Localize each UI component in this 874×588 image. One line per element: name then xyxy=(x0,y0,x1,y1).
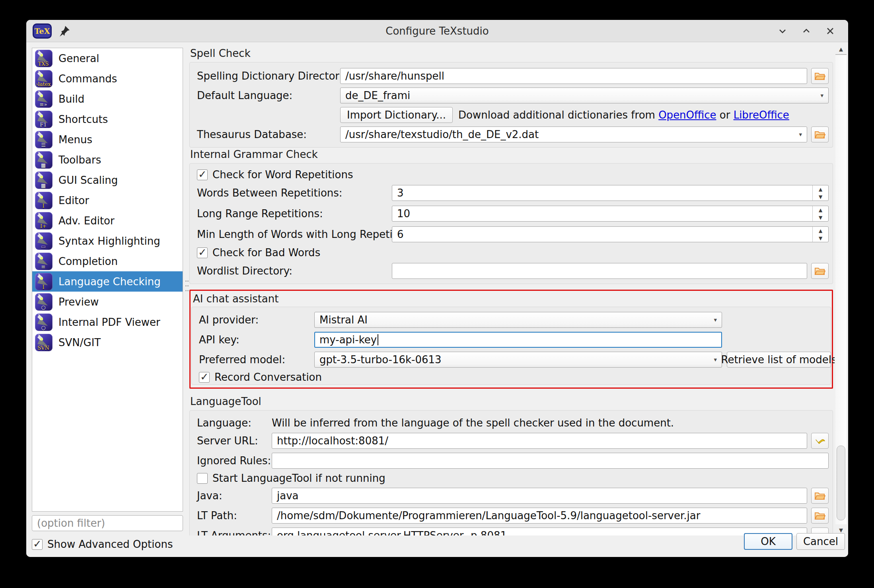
spin-up-icon[interactable]: ▲ xyxy=(813,227,828,234)
spin-down-icon[interactable]: ▼ xyxy=(813,214,828,221)
wordlist-directory-field[interactable] xyxy=(392,263,807,279)
default-language-combobox[interactable]: de_DE_frami ▾ xyxy=(340,88,829,103)
cancel-button[interactable]: Cancel xyxy=(796,533,845,550)
show-advanced-options-row: ✓ Show Advanced Options xyxy=(32,538,173,550)
min-length-spinner[interactable]: 6 ▲ ▼ xyxy=(392,226,829,242)
spin-up-icon[interactable]: ▲ xyxy=(813,206,828,214)
sidebar-item-language-checking[interactable]: I Language Checking xyxy=(32,271,183,292)
category-icon: F1 xyxy=(35,111,53,128)
sidebar-item-shortcuts[interactable]: F1 Shortcuts xyxy=(32,109,183,129)
server-url-field[interactable]: http://localhost:8081/ xyxy=(272,433,807,449)
wordlist-directory-row: Wordlist Directory: xyxy=(197,263,829,279)
sidebar-item-syntax-highlighting[interactable]: ▭ Syntax Highlighting xyxy=(32,231,183,251)
wordlist-browse-button[interactable] xyxy=(811,263,829,279)
sidebar-item-toolbars[interactable]: ▦ Toolbars xyxy=(32,150,183,170)
bad-words-checkbox[interactable]: ✓ xyxy=(197,247,208,258)
retrieve-models-button[interactable]: Retrieve list of models xyxy=(727,352,831,368)
spin-down-icon[interactable]: ▼ xyxy=(813,193,828,201)
sidebar-item-gui-scaling[interactable]: ▦ GUI Scaling xyxy=(32,170,183,190)
titlebar: Configure TeXstudio TeX xyxy=(26,20,848,42)
sidebar-item-build[interactable]: ≡» Build xyxy=(32,89,183,109)
sidebar-item-label: Completion xyxy=(58,255,118,267)
java-row: Java: java xyxy=(197,488,829,504)
scroll-up-button[interactable]: ▲ xyxy=(835,44,847,55)
spell-check-header: Spell Check xyxy=(190,48,833,59)
openoffice-link[interactable]: OpenOffice xyxy=(658,109,716,121)
sidebar-item-label: Build xyxy=(58,93,84,105)
languagetool-header: LanguageTool xyxy=(190,396,833,407)
sidebar-item-general[interactable]: TXS General xyxy=(32,48,183,68)
sidebar-item-menus[interactable]: ☰ Menus xyxy=(32,129,183,150)
lt-arguments-field[interactable]: org.languagetool.server.HTTPServer -p 80… xyxy=(272,528,807,535)
show-advanced-options-label: Show Advanced Options xyxy=(47,538,173,550)
sidebar-item-commands[interactable]: ›latex Commands xyxy=(32,68,183,89)
sidebar-item-label: Editor xyxy=(58,195,89,206)
words-between-row: Words Between Repetitions: 3 ▲ ▼ xyxy=(197,185,829,201)
dictionary-directories-field[interactable]: /usr/share/hunspell xyxy=(340,68,807,84)
sidebar-item-label: GUI Scaling xyxy=(58,174,118,186)
option-filter-input[interactable]: (option filter) xyxy=(32,515,183,531)
spin-down-icon[interactable]: ▼ xyxy=(813,234,828,242)
category-icon: TXS xyxy=(35,50,53,67)
start-languagetool-label: Start LanguageTool if not running xyxy=(212,472,385,484)
close-button[interactable] xyxy=(823,24,837,38)
lt-arguments-row: LT Arguments: org.languagetool.server.HT… xyxy=(197,528,829,535)
minimize-button[interactable] xyxy=(776,24,789,38)
thesaurus-browse-button[interactable] xyxy=(811,127,829,142)
ignored-rules-field[interactable] xyxy=(272,453,829,469)
server-url-label: Server URL: xyxy=(197,435,272,447)
java-browse-button[interactable] xyxy=(811,488,829,504)
thesaurus-row: Thesaurus Database: /usr/share/texstudio… xyxy=(197,127,829,142)
content-scrollbar[interactable]: ▲ ▼ xyxy=(835,44,847,535)
window-controls xyxy=(776,20,837,42)
java-field[interactable]: java xyxy=(272,488,807,504)
pin-icon[interactable] xyxy=(58,25,71,37)
scrollbar-thumb[interactable] xyxy=(837,446,845,520)
dictionary-directories-row: Spelling Dictionary Directories: /usr/sh… xyxy=(197,68,829,84)
sidebar-item-preview[interactable]: ○ Preview xyxy=(32,292,183,312)
word-repetitions-label: Check for Word Repetitions xyxy=(212,169,353,181)
category-icon: ≡ xyxy=(35,253,53,270)
category-icon: ▦ xyxy=(35,171,53,189)
sidebar-item-completion[interactable]: ≡ Completion xyxy=(32,251,183,271)
api-key-field[interactable]: my-api-key xyxy=(314,332,722,348)
bad-words-checkbox-row: ✓ Check for Bad Words xyxy=(197,247,829,258)
show-advanced-options-checkbox[interactable]: ✓ xyxy=(32,539,43,550)
lt-path-browse-button[interactable] xyxy=(811,508,829,524)
settings-category-list: TXS General ›latex Commands ≡» Build xyxy=(32,48,183,512)
api-key-row: API key: my-api-key xyxy=(199,332,827,348)
sidebar-item-label: Commands xyxy=(58,73,117,85)
category-icon: I xyxy=(35,192,53,209)
words-between-spinner[interactable]: 3 ▲ ▼ xyxy=(392,185,829,201)
thesaurus-combobox[interactable]: /usr/share/texstudio/th_de_DE_v2.dat ▾ xyxy=(340,127,807,142)
word-repetitions-checkbox[interactable]: ✓ xyxy=(197,169,208,180)
sidebar-item-svn-git[interactable]: SVN SVN/GIT xyxy=(32,332,183,352)
undo-icon xyxy=(815,436,825,446)
splitter-handle[interactable] xyxy=(185,280,189,294)
spin-up-icon[interactable]: ▲ xyxy=(813,185,828,193)
server-url-reset-button[interactable] xyxy=(811,433,829,449)
sidebar-item-label: Language Checking xyxy=(58,276,161,288)
category-icon: ›latex xyxy=(35,70,53,88)
ok-button[interactable]: OK xyxy=(744,533,792,550)
section-languagetool: LanguageTool Language: Will be inferred … xyxy=(189,396,833,535)
ai-provider-combobox[interactable]: Mistral AI ▾ xyxy=(314,312,722,328)
sidebar-item-label: Menus xyxy=(58,134,92,146)
maximize-button[interactable] xyxy=(800,24,813,38)
preferred-model-combobox[interactable]: gpt-3.5-turbo-16k-0613 ▾ xyxy=(314,352,722,368)
min-length-label: Min Length of Words with Long Repetition… xyxy=(197,228,392,240)
dictionary-directories-browse-button[interactable] xyxy=(811,68,829,84)
record-conversation-checkbox[interactable]: ✓ xyxy=(199,372,210,383)
sidebar-item-adv-editor[interactable]: I+ Adv. Editor xyxy=(32,210,183,231)
server-url-row: Server URL: http://localhost:8081/ xyxy=(197,433,829,449)
sidebar-item-editor[interactable]: I Editor xyxy=(32,190,183,210)
lt-path-field[interactable]: /home/sdm/Dokumente/Programmieren/Langua… xyxy=(272,508,807,524)
libreoffice-link[interactable]: LibreOffice xyxy=(734,109,789,121)
sidebar-item-label: SVN/GIT xyxy=(58,337,101,349)
import-dictionary-button[interactable]: Import Dictionary... xyxy=(340,107,453,123)
start-languagetool-checkbox[interactable]: ✓ xyxy=(197,473,208,484)
chevron-down-icon: ▾ xyxy=(710,316,717,323)
long-range-spinner[interactable]: 10 ▲ ▼ xyxy=(392,206,829,222)
sidebar-item-internal-pdf-viewer[interactable]: ○ Internal PDF Viewer xyxy=(32,312,183,332)
record-conversation-row: ✓ Record Conversation xyxy=(199,372,827,383)
